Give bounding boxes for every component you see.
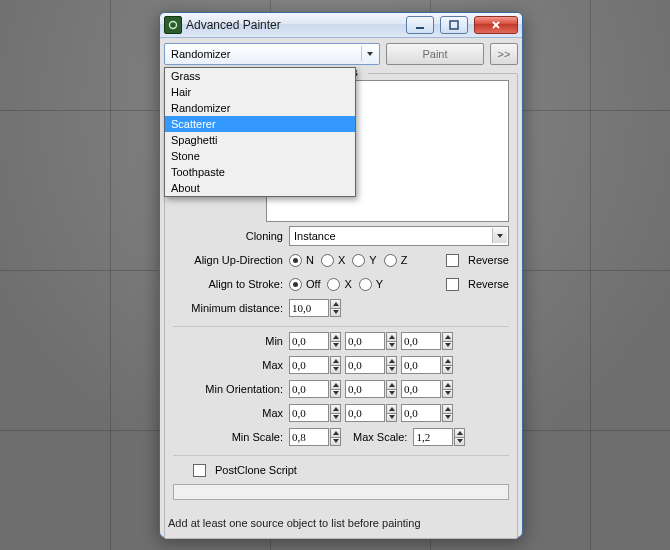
- xyz-spinner[interactable]: [289, 380, 341, 398]
- cloning-select[interactable]: Instance: [289, 226, 509, 246]
- radio-x[interactable]: [321, 254, 334, 267]
- close-button[interactable]: [474, 16, 518, 34]
- cloning-label: Cloning: [173, 230, 283, 242]
- module-dropdown-list[interactable]: GrassHairRandomizerScattererSpaghettiSto…: [164, 67, 356, 197]
- xyz-spinner[interactable]: [345, 332, 397, 350]
- module-dropdown-value: Randomizer: [171, 48, 230, 60]
- module-dropdown-item[interactable]: Randomizer: [165, 100, 355, 116]
- status-bar: Add at least one source object to list b…: [168, 515, 514, 531]
- module-dropdown-item[interactable]: About: [165, 180, 355, 196]
- chevron-down-icon: [492, 228, 507, 243]
- postclone-label: PostClone Script: [215, 464, 297, 476]
- radio-z[interactable]: [384, 254, 397, 267]
- xyz-spinner[interactable]: [289, 332, 341, 350]
- min-orient-label: Min Orientation:: [173, 383, 283, 395]
- xyz-spinner[interactable]: [401, 356, 453, 374]
- module-dropdown-item[interactable]: Scatterer: [165, 116, 355, 132]
- svg-rect-2: [450, 21, 458, 29]
- radio-label: Z: [401, 254, 408, 266]
- max-label: Max: [173, 359, 283, 371]
- max-scale-input[interactable]: [413, 428, 453, 446]
- max-scale-spinner[interactable]: [413, 428, 465, 446]
- reverse-stroke-checkbox[interactable]: [446, 278, 459, 291]
- module-dropdown-item[interactable]: Stone: [165, 148, 355, 164]
- postclone-checkbox[interactable]: [193, 464, 206, 477]
- xyz-input[interactable]: [345, 404, 385, 422]
- radio-label: Y: [376, 278, 383, 290]
- divider: [173, 320, 509, 327]
- module-dropdown-item[interactable]: Spaghetti: [165, 132, 355, 148]
- xyz-input[interactable]: [289, 332, 329, 350]
- xyz-input[interactable]: [289, 404, 329, 422]
- xyz-input[interactable]: [401, 332, 441, 350]
- xyz-spinner[interactable]: [289, 404, 341, 422]
- reverse-up-label: Reverse: [468, 254, 509, 266]
- xyz-input[interactable]: [401, 380, 441, 398]
- status-text: Add at least one source object to list b…: [168, 517, 421, 529]
- advanced-painter-window: Advanced Painter Randomizer Paint >> met…: [159, 12, 523, 538]
- window-body: Randomizer Paint >> meters Remove Clear: [164, 41, 518, 533]
- xyz-input[interactable]: [345, 332, 385, 350]
- xyz-spinner[interactable]: [401, 380, 453, 398]
- xyz-spinner[interactable]: [289, 356, 341, 374]
- radio-label: X: [344, 278, 351, 290]
- radio-x[interactable]: [327, 278, 340, 291]
- paint-button[interactable]: Paint: [386, 43, 484, 65]
- min-scale-label: Min Scale:: [173, 431, 283, 443]
- xyz-input[interactable]: [345, 356, 385, 374]
- max2-label: Max: [173, 407, 283, 419]
- min-label: Min: [173, 335, 283, 347]
- align-stroke-radios: OffXY: [289, 278, 387, 291]
- min-distance-label: Minimum distance:: [173, 302, 283, 314]
- align-up-label: Align Up-Direction: [173, 254, 283, 266]
- radio-y[interactable]: [359, 278, 372, 291]
- divider: [173, 449, 509, 456]
- top-toolbar: Randomizer Paint >>: [164, 41, 518, 67]
- xyz-input[interactable]: [345, 380, 385, 398]
- titlebar[interactable]: Advanced Painter: [160, 13, 522, 38]
- spinner-up-icon[interactable]: [330, 299, 341, 309]
- xyz-input[interactable]: [289, 380, 329, 398]
- xyz-spinner[interactable]: [401, 404, 453, 422]
- min-distance-spinner[interactable]: [289, 299, 341, 317]
- radio-label: Off: [306, 278, 320, 290]
- svg-rect-1: [416, 27, 424, 29]
- xyz-spinner[interactable]: [345, 404, 397, 422]
- xyz-spinner[interactable]: [345, 380, 397, 398]
- module-dropdown-item[interactable]: Toothpaste: [165, 164, 355, 180]
- maximize-button[interactable]: [440, 16, 468, 34]
- postclone-script-field[interactable]: [173, 484, 509, 500]
- svg-point-0: [170, 22, 177, 29]
- module-dropdown[interactable]: Randomizer: [164, 43, 380, 65]
- radio-label: X: [338, 254, 345, 266]
- xyz-spinner[interactable]: [345, 356, 397, 374]
- xyz-input[interactable]: [289, 356, 329, 374]
- xyz-input[interactable]: [401, 356, 441, 374]
- radio-label: Y: [369, 254, 376, 266]
- min-scale-spinner[interactable]: [289, 428, 341, 446]
- min-scale-input[interactable]: [289, 428, 329, 446]
- radio-n[interactable]: [289, 254, 302, 267]
- radio-off[interactable]: [289, 278, 302, 291]
- chevron-down-icon: [361, 46, 377, 61]
- radio-y[interactable]: [352, 254, 365, 267]
- minimize-button[interactable]: [406, 16, 434, 34]
- spinner-down-icon[interactable]: [330, 309, 341, 318]
- module-dropdown-item[interactable]: Grass: [165, 68, 355, 84]
- reverse-up-checkbox[interactable]: [446, 254, 459, 267]
- expand-button[interactable]: >>: [490, 43, 518, 65]
- max-scale-label: Max Scale:: [353, 431, 407, 443]
- min-distance-input[interactable]: [289, 299, 329, 317]
- xyz-spinner[interactable]: [401, 332, 453, 350]
- window-title: Advanced Painter: [186, 18, 281, 32]
- radio-label: N: [306, 254, 314, 266]
- align-stroke-label: Align to Stroke:: [173, 278, 283, 290]
- align-up-radios: NXYZ: [289, 254, 411, 267]
- app-icon: [164, 16, 182, 34]
- xyz-input[interactable]: [401, 404, 441, 422]
- module-dropdown-item[interactable]: Hair: [165, 84, 355, 100]
- reverse-stroke-label: Reverse: [468, 278, 509, 290]
